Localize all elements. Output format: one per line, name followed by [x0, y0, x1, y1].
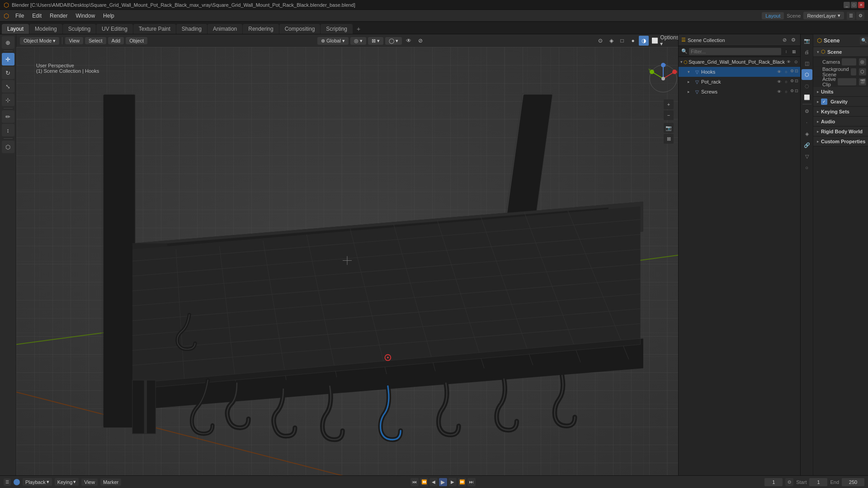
- prop-tab-data[interactable]: ▽: [802, 151, 812, 162]
- gravity-checkbox[interactable]: ✓: [821, 99, 827, 105]
- screws-visibility[interactable]: 👁: [776, 89, 782, 95]
- viewport-3d[interactable]: Object Mode ▾ View Select Add Object ⊕ G…: [16, 34, 678, 475]
- audio-section-header[interactable]: ▸ Audio: [813, 117, 868, 127]
- add-menu[interactable]: Add: [108, 37, 124, 44]
- tree-item-screws[interactable]: ▸ ▽ Screws 👁 ○ ⚙ ⊡: [679, 87, 800, 97]
- solid-shading[interactable]: ●: [628, 36, 638, 46]
- keying-sets-section-header[interactable]: ▸ Keying Sets: [813, 107, 868, 117]
- prop-tab-material[interactable]: ○: [802, 162, 812, 173]
- menu-help[interactable]: Help: [99, 12, 118, 20]
- tree-arrow-root[interactable]: ▾: [680, 60, 683, 64]
- outliner-search-input[interactable]: [689, 48, 781, 55]
- tab-texture-paint[interactable]: Texture Paint: [133, 24, 176, 34]
- tab-scripting[interactable]: Scripting: [321, 24, 353, 34]
- visibility-icon[interactable]: 👁: [404, 36, 414, 46]
- camera-value[interactable]: [842, 58, 856, 66]
- move-tool[interactable]: ✛: [2, 53, 14, 66]
- object-mode-selector[interactable]: Object Mode ▾: [20, 37, 59, 45]
- view-menu-timeline[interactable]: View: [81, 479, 98, 486]
- background-scene-value[interactable]: [851, 68, 856, 75]
- outliner-collapse-icon[interactable]: ▦: [790, 48, 797, 55]
- orientation-selector[interactable]: ⊕ Global ▾: [317, 37, 349, 45]
- viewport-canvas[interactable]: User Perspective (1) Scene Collection | …: [16, 47, 678, 475]
- jump-to-prev-keyframe-button[interactable]: ⏪: [420, 478, 428, 486]
- tree-arrow-hooks[interactable]: ▾: [688, 70, 693, 74]
- gravity-section-header[interactable]: ▸ ✓ Gravity: [813, 97, 868, 107]
- pot-rack-render[interactable]: ○: [783, 79, 789, 85]
- close-button[interactable]: ✕: [858, 2, 864, 8]
- tab-modeling[interactable]: Modeling: [29, 24, 62, 34]
- custom-properties-section-header[interactable]: ▸ Custom Properties: [813, 136, 868, 146]
- tree-arrow-screws[interactable]: ▸: [688, 89, 693, 94]
- jump-to-end-button[interactable]: ⏭: [467, 478, 476, 486]
- tree-item-hooks[interactable]: ▾ ▽ Hooks 👁 ○ ⚙ ⊡: [679, 67, 800, 77]
- transform-tool[interactable]: ⊹: [2, 94, 14, 106]
- minimize-button[interactable]: _: [844, 2, 850, 8]
- shading-icon[interactable]: ⊘: [415, 36, 425, 46]
- outliner-settings-icon[interactable]: ⚙: [789, 36, 797, 44]
- pivot-selector[interactable]: ◎ ▾: [350, 37, 366, 45]
- prop-tab-object[interactable]: ⬜: [802, 92, 812, 103]
- tab-layout[interactable]: Layout: [2, 24, 29, 34]
- view-icon[interactable]: ☰: [847, 12, 855, 20]
- screws-render[interactable]: ○: [783, 89, 789, 95]
- keyframe-icon[interactable]: ⊙: [785, 478, 793, 486]
- jump-to-next-keyframe-button[interactable]: ⏩: [458, 478, 466, 486]
- frame-selected-button[interactable]: ⊞: [664, 134, 674, 144]
- pot-rack-visibility[interactable]: 👁: [776, 79, 782, 85]
- tab-uv-editing[interactable]: UV Editing: [96, 24, 133, 34]
- outliner-filter-icon[interactable]: ⊘: [780, 36, 788, 44]
- end-frame-input[interactable]: 250: [842, 478, 864, 486]
- menu-edit[interactable]: Edit: [28, 12, 45, 20]
- hooks-visibility[interactable]: 👁: [776, 69, 782, 75]
- rendered-shading[interactable]: ⬜: [650, 36, 660, 46]
- active-clip-value[interactable]: [838, 78, 856, 85]
- units-section-header[interactable]: ▸ Units: [813, 87, 868, 97]
- blender-icon[interactable]: ⬡: [4, 12, 9, 19]
- menu-render[interactable]: Render: [46, 12, 71, 20]
- prop-tab-constraints[interactable]: 🔗: [802, 140, 812, 150]
- hooks-render[interactable]: ○: [783, 69, 789, 75]
- keying-menu[interactable]: Keying ▾: [55, 478, 79, 486]
- timeline-editor-icon[interactable]: ☰: [4, 479, 11, 486]
- jump-to-start-button[interactable]: ⏮: [410, 478, 419, 486]
- wireframe-shading[interactable]: □: [617, 36, 627, 46]
- tab-compositing[interactable]: Compositing: [279, 24, 321, 34]
- scene-section-header[interactable]: ▾ ⬡ Scene: [813, 47, 868, 57]
- clip-picker-icon[interactable]: 🎬: [859, 78, 866, 85]
- menu-window[interactable]: Window: [72, 12, 99, 20]
- step-back-button[interactable]: ◀: [429, 478, 438, 486]
- step-forward-button[interactable]: ▶: [448, 478, 457, 486]
- play-button[interactable]: ▶: [439, 478, 447, 486]
- xray-icon[interactable]: ◈: [606, 36, 616, 46]
- tab-animation[interactable]: Animation: [208, 24, 242, 34]
- tab-shading[interactable]: Shading: [176, 24, 207, 34]
- settings-icon[interactable]: ⚙: [856, 12, 864, 20]
- tree-item-pot-rack[interactable]: ▸ ▽ Pot_rack 👁 ○ ⚙ ⊡: [679, 77, 800, 87]
- annotate-tool[interactable]: ✏: [2, 110, 14, 123]
- playback-menu[interactable]: Playback ▾: [23, 478, 52, 486]
- zoom-in-button[interactable]: +: [664, 99, 674, 109]
- add-workspace-button[interactable]: +: [353, 24, 364, 34]
- marker-menu[interactable]: Marker: [100, 479, 121, 486]
- prop-search-icon[interactable]: 🔍: [860, 37, 868, 45]
- options-button[interactable]: Options ▾: [665, 36, 675, 46]
- material-shading[interactable]: ◑: [639, 36, 649, 46]
- background-picker-icon[interactable]: ⬡: [859, 68, 866, 75]
- measure-tool[interactable]: ↕: [2, 124, 14, 136]
- zoom-out-button[interactable]: −: [664, 110, 674, 120]
- prop-tab-world[interactable]: ◌: [802, 80, 812, 91]
- outliner-sort-icon[interactable]: ↕: [783, 48, 790, 55]
- select-menu[interactable]: Select: [85, 37, 106, 44]
- prop-tab-particles[interactable]: ·: [802, 117, 812, 128]
- viewport-toggle[interactable]: ⊙: [793, 59, 799, 65]
- overlay-icon[interactable]: ⊙: [595, 36, 605, 46]
- prop-tab-output[interactable]: 🖨: [802, 47, 812, 57]
- menu-file[interactable]: File: [12, 12, 28, 20]
- tab-sculpting[interactable]: Sculpting: [63, 24, 96, 34]
- scale-tool[interactable]: ⤡: [2, 80, 14, 93]
- tree-arrow-pot-rack[interactable]: ▸: [688, 80, 693, 84]
- prop-tab-render[interactable]: 📷: [802, 35, 812, 46]
- titlebar-controls[interactable]: _ □ ✕: [844, 2, 864, 8]
- snap-toggle[interactable]: ⊠ ▾: [368, 37, 383, 45]
